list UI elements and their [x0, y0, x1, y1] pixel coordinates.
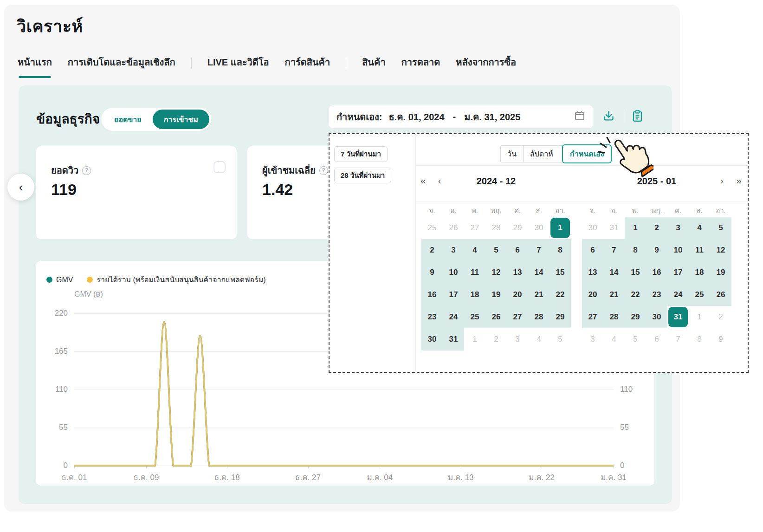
day-cell[interactable]: 4	[528, 328, 550, 350]
tab-0[interactable]: หน้าแรก	[18, 55, 52, 71]
day-cell[interactable]: 21	[528, 284, 550, 306]
day-cell[interactable]: 27	[582, 306, 603, 328]
day-cell[interactable]: 28	[485, 217, 507, 239]
day-cell[interactable]: 30	[421, 328, 443, 350]
day-cell[interactable]: 28	[528, 306, 550, 328]
day-cell[interactable]: 19	[710, 261, 731, 284]
quick-range-button-0[interactable]: 7 วันที่ผ่านมา	[334, 146, 388, 162]
day-cell[interactable]: 8	[689, 328, 710, 350]
carousel-prev-button[interactable]: ‹	[7, 174, 34, 201]
day-cell[interactable]: 2	[485, 328, 507, 350]
day-cell[interactable]: 3	[582, 328, 603, 350]
day-cell[interactable]: 5	[485, 239, 507, 261]
day-cell[interactable]: 8	[550, 239, 571, 261]
day-cell[interactable]: 4	[689, 217, 710, 239]
day-cell[interactable]: 30	[528, 217, 550, 239]
day-cell[interactable]: 7	[667, 328, 689, 350]
clipboard-icon[interactable]	[631, 110, 644, 124]
day-cell[interactable]: 11	[464, 261, 485, 284]
tab-6[interactable]: สินค้า	[362, 55, 386, 71]
view-tab-1[interactable]: สัปดาห์	[523, 145, 560, 162]
day-cell[interactable]: 19	[485, 284, 507, 306]
day-cell[interactable]: 28	[603, 306, 625, 328]
day-cell[interactable]: 18	[689, 261, 710, 284]
day-cell[interactable]: 31	[667, 306, 689, 328]
toggle-option-0[interactable]: ยอดขาย	[103, 110, 153, 129]
day-cell[interactable]: 13	[507, 261, 528, 284]
next-month-arrow[interactable]: ›	[720, 175, 724, 186]
day-cell[interactable]: 6	[582, 239, 603, 261]
day-cell[interactable]: 2	[421, 239, 443, 261]
next-year-arrow[interactable]: »	[736, 175, 742, 186]
day-cell[interactable]: 29	[507, 217, 528, 239]
day-cell[interactable]: 11	[689, 239, 710, 261]
day-cell[interactable]: 2	[710, 306, 731, 328]
day-cell[interactable]: 24	[667, 284, 689, 306]
day-cell[interactable]: 26	[710, 284, 731, 306]
day-cell[interactable]: 5	[710, 217, 731, 239]
day-cell[interactable]: 9	[710, 328, 731, 350]
day-cell[interactable]: 20	[582, 284, 603, 306]
day-cell[interactable]: 25	[464, 306, 485, 328]
day-cell[interactable]: 4	[464, 239, 485, 261]
quick-range-button-1[interactable]: 28 วันที่ผ่านมา	[334, 168, 391, 183]
day-cell[interactable]: 5	[625, 328, 646, 350]
day-cell[interactable]: 9	[421, 261, 443, 284]
help-icon[interactable]: ?	[82, 166, 91, 175]
day-cell[interactable]: 16	[421, 284, 443, 306]
day-cell[interactable]: 26	[443, 217, 464, 239]
day-cell[interactable]: 30	[582, 217, 603, 239]
day-cell[interactable]: 22	[625, 284, 646, 306]
day-cell[interactable]: 2	[646, 217, 667, 239]
day-cell[interactable]: 1	[550, 217, 571, 239]
day-cell[interactable]: 20	[507, 284, 528, 306]
day-cell[interactable]: 1	[464, 328, 485, 350]
day-cell[interactable]: 30	[646, 306, 667, 328]
day-cell[interactable]: 25	[689, 284, 710, 306]
day-cell[interactable]: 12	[710, 239, 731, 261]
metric-checkbox[interactable]	[213, 161, 226, 173]
day-cell[interactable]: 3	[507, 328, 528, 350]
day-cell[interactable]: 3	[667, 217, 689, 239]
day-cell[interactable]: 17	[667, 261, 689, 284]
day-cell[interactable]: 7	[528, 239, 550, 261]
tab-custom-range[interactable]: กำหนดเอง	[562, 144, 612, 163]
day-cell[interactable]: 25	[421, 217, 443, 239]
tab-4[interactable]: การ์ดสินค้า	[285, 55, 330, 71]
day-cell[interactable]: 24	[443, 306, 464, 328]
date-range-field[interactable]: กำหนดเอง: ธ.ค. 01, 2024 - ม.ค. 31, 2025	[329, 105, 593, 129]
day-cell[interactable]: 13	[582, 261, 603, 284]
help-icon[interactable]: ?	[319, 166, 328, 175]
day-cell[interactable]: 29	[625, 306, 646, 328]
day-cell[interactable]: 17	[443, 284, 464, 306]
day-cell[interactable]: 1	[689, 306, 710, 328]
day-cell[interactable]: 14	[528, 261, 550, 284]
day-cell[interactable]: 27	[464, 217, 485, 239]
day-cell[interactable]: 12	[485, 261, 507, 284]
day-cell[interactable]: 21	[603, 284, 625, 306]
day-cell[interactable]: 3	[443, 239, 464, 261]
tab-8[interactable]: หลังจากการซื้อ	[456, 55, 516, 71]
day-cell[interactable]: 6	[507, 239, 528, 261]
download-icon[interactable]	[602, 110, 615, 124]
day-cell[interactable]: 31	[603, 217, 625, 239]
view-tab-0[interactable]: วัน	[500, 145, 524, 162]
day-cell[interactable]: 10	[667, 239, 689, 261]
day-cell[interactable]: 15	[550, 261, 571, 284]
tab-3[interactable]: LIVE และวิดีโอ	[207, 55, 269, 71]
tab-7[interactable]: การตลาด	[401, 55, 440, 71]
day-cell[interactable]: 9	[646, 239, 667, 261]
day-cell[interactable]: 8	[625, 239, 646, 261]
day-cell[interactable]: 6	[646, 328, 667, 350]
day-cell[interactable]: 22	[550, 284, 571, 306]
day-cell[interactable]: 31	[443, 328, 464, 350]
day-cell[interactable]: 1	[625, 217, 646, 239]
toggle-option-1[interactable]: การเข้าชม	[153, 110, 209, 129]
day-cell[interactable]: 4	[603, 328, 625, 350]
day-cell[interactable]: 15	[625, 261, 646, 284]
day-cell[interactable]: 23	[646, 284, 667, 306]
day-cell[interactable]: 23	[421, 306, 443, 328]
day-cell[interactable]: 27	[507, 306, 528, 328]
day-cell[interactable]: 5	[550, 328, 571, 350]
day-cell[interactable]: 18	[464, 284, 485, 306]
